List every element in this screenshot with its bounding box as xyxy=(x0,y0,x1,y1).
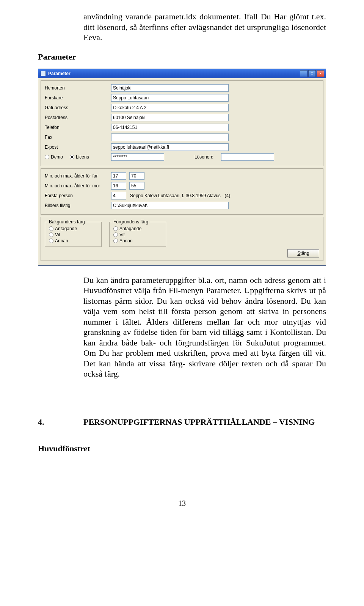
body-paragraph: Du kan ändra parameteruppgifter bl.a. or… xyxy=(83,275,326,379)
radio-fg-antagande[interactable]: Antagande xyxy=(113,226,162,231)
radio-icon-licens xyxy=(70,155,74,159)
maximize-button[interactable]: □ xyxy=(308,70,316,77)
stang-button[interactable]: Stäng xyxy=(287,249,319,257)
radio-licens[interactable]: Licens xyxy=(70,154,89,160)
input-bilders-filstig[interactable] xyxy=(111,202,229,209)
radio-icon xyxy=(113,239,118,243)
radio-demo[interactable]: Demo xyxy=(45,154,63,160)
label-min-mor: Min. och max. ålder för mor xyxy=(45,183,111,188)
label-epost: E-post xyxy=(45,144,111,150)
input-hemorten[interactable] xyxy=(111,84,229,92)
window-titlebar[interactable]: Parameter _ □ × xyxy=(38,69,326,78)
label-hemorten: Hemorten xyxy=(45,85,111,91)
radio-icon xyxy=(113,226,118,231)
subheading-huvudfonstret: Huvudfönstret xyxy=(38,444,326,454)
input-postadress[interactable] xyxy=(111,114,229,121)
panel-colors: Bakgrundens färg Antagande Vit Annan För… xyxy=(41,217,323,261)
input-licens-code[interactable] xyxy=(111,153,164,161)
radio-icon xyxy=(49,232,53,237)
label-bilders-filstig: Bilders filstig xyxy=(45,203,111,208)
groupbox-bakgrund: Bakgrundens färg Antagande Vit Annan xyxy=(45,222,102,247)
close-window-button[interactable]: × xyxy=(317,70,324,77)
label-min-far: Min. och max. ålder för far xyxy=(45,173,111,179)
radio-label-licens: Licens xyxy=(76,154,89,160)
intro-paragraph: användning varande parametr.idx dokument… xyxy=(83,11,326,43)
input-gatuadress[interactable] xyxy=(111,104,229,111)
input-epost[interactable] xyxy=(111,143,229,151)
label-forsta-person: Första person xyxy=(45,193,111,198)
panel-contact: Hemorten Forskare Gatuadress Postadress … xyxy=(41,80,323,166)
label-postadress: Postadress xyxy=(45,115,111,120)
radio-icon xyxy=(113,232,118,237)
input-far-min[interactable] xyxy=(111,172,126,180)
radio-bg-vit[interactable]: Vit xyxy=(49,232,97,237)
input-mor-min[interactable] xyxy=(111,182,126,190)
section-heading-parameter: Parameter xyxy=(38,52,326,62)
label-losenord: Lösenord xyxy=(195,154,221,160)
radio-label: Vit xyxy=(55,232,60,237)
input-mor-max[interactable] xyxy=(129,182,144,190)
radio-bg-antagande[interactable]: Antagande xyxy=(49,226,97,231)
label-gatuadress: Gatuadress xyxy=(45,105,111,110)
radio-bg-annan[interactable]: Annan xyxy=(49,238,97,243)
radio-icon xyxy=(49,239,53,243)
input-forskare[interactable] xyxy=(111,94,229,102)
label-forskare: Forskare xyxy=(45,95,111,100)
stang-label-rest: täng xyxy=(300,251,309,256)
section4-number: 4. xyxy=(38,417,83,427)
forsta-person-info: Seppo Kalevi Luhtasaari, f. 30.8.1959 Al… xyxy=(130,193,230,198)
page-number: 13 xyxy=(38,499,326,508)
input-fax[interactable] xyxy=(111,133,229,141)
label-telefon: Telefon xyxy=(45,125,111,130)
radio-label: Annan xyxy=(55,238,68,243)
groupbox-title-forgrund: Förgrundens färg xyxy=(112,219,150,225)
radio-icon xyxy=(49,226,53,231)
input-losenord[interactable] xyxy=(221,153,274,161)
input-telefon[interactable] xyxy=(111,124,229,131)
radio-label: Antagande xyxy=(119,226,141,231)
radio-label: Antagande xyxy=(55,226,77,231)
groupbox-forgrund: Förgrundens färg Antagande Vit Annan xyxy=(109,222,166,247)
radio-icon-demo xyxy=(45,155,49,159)
radio-label-demo: Demo xyxy=(51,154,63,160)
label-fax: Fax xyxy=(45,135,111,140)
radio-label: Vit xyxy=(119,232,125,237)
radio-fg-vit[interactable]: Vit xyxy=(113,232,162,237)
section4-title: PERSONUPPGIFTERNAS UPPRÄTTHÅLLANDE – VIS… xyxy=(83,417,315,427)
radio-fg-annan[interactable]: Annan xyxy=(113,238,162,243)
parameter-window: Parameter _ □ × Hemorten Forskare Gatua xyxy=(38,69,326,266)
radio-label: Annan xyxy=(119,238,133,243)
window-title: Parameter xyxy=(48,71,300,76)
panel-ages: Min. och max. ålder för far Min. och max… xyxy=(41,168,323,215)
input-forsta-person[interactable] xyxy=(111,192,126,199)
window-app-icon xyxy=(41,71,46,76)
groupbox-title-bakgrund: Bakgrundens färg xyxy=(47,219,86,225)
minimize-button[interactable]: _ xyxy=(300,70,308,77)
input-far-max[interactable] xyxy=(129,172,144,180)
